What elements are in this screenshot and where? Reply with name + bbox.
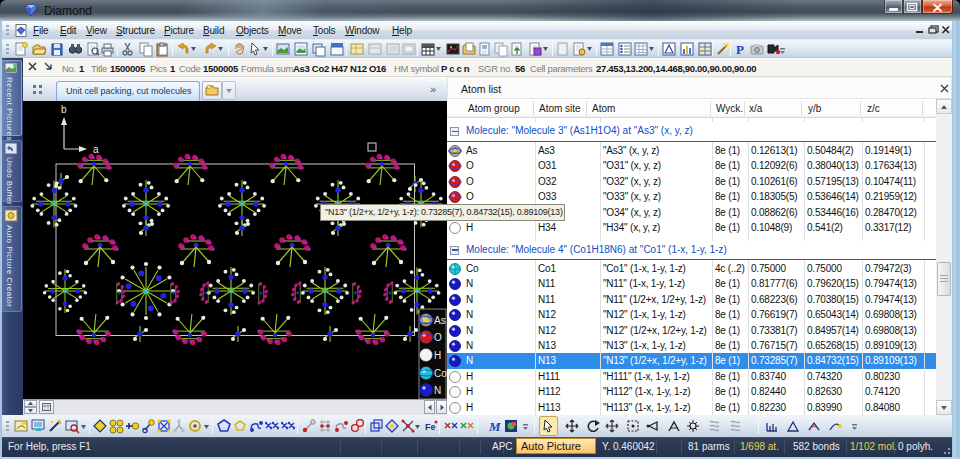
svg-text:M: M [488, 419, 501, 434]
svg-text:P: P [736, 42, 744, 57]
svg-text:Fe: Fe [425, 422, 436, 432]
svg-text:O: O [434, 332, 442, 343]
svg-text:Co: Co [434, 368, 447, 379]
svg-text:a: a [93, 144, 99, 155]
svg-text:b: b [61, 104, 67, 115]
svg-text:N: N [434, 385, 441, 396]
svg-text:H: H [434, 350, 441, 361]
svg-text:As: As [434, 315, 446, 326]
